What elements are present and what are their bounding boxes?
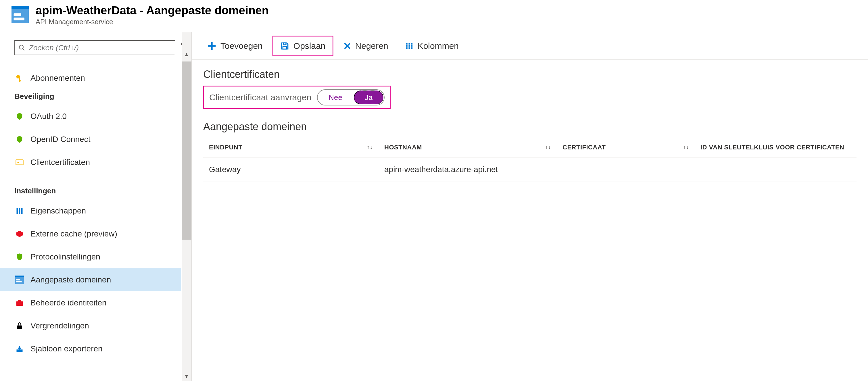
toolbar-button-label: Negeren — [355, 41, 388, 51]
column-header-eindpunt[interactable]: Eindpunt ↑↓ — [203, 138, 378, 157]
toolbar-button-label: Kolommen — [417, 41, 459, 51]
toolbar-discard-button[interactable]: Negeren — [336, 36, 395, 56]
cache-icon — [14, 229, 25, 239]
svg-rect-30 — [406, 47, 407, 49]
svg-rect-33 — [408, 47, 410, 49]
sidebar-item-label: Vergrendelingen — [30, 321, 89, 330]
sidebar-item-clientcerts[interactable]: Clientcertificaten — [0, 151, 181, 174]
shield-icon — [14, 252, 25, 262]
svg-rect-34 — [411, 43, 412, 44]
column-header-hostnaam[interactable]: Hostnaam ↑↓ — [378, 138, 557, 157]
sidebar-item-eigenschappen[interactable]: Eigenschappen — [0, 199, 181, 222]
key-icon — [14, 73, 25, 83]
sidebar-scrollbar[interactable]: ▲ ▼ — [182, 32, 191, 381]
clientcerts-label: Clientcertificaat aanvragen — [209, 93, 311, 102]
sidebar-item-label: OpenID Connect — [30, 135, 91, 144]
svg-rect-17 — [17, 281, 22, 282]
sidebar-item-beheerde[interactable]: Beheerde identiteiten — [0, 291, 181, 314]
toolbar-button-label: Opslaan — [293, 41, 326, 51]
toolbar-save-button[interactable]: Opslaan — [273, 36, 333, 56]
sidebar-item-oauth[interactable]: OAuth 2.0 — [0, 105, 181, 128]
sidebar-item-label: Externe cache (preview) — [30, 229, 117, 239]
plus-icon — [207, 41, 216, 51]
svg-rect-28 — [406, 43, 407, 44]
scroll-up-icon[interactable]: ▲ — [182, 50, 191, 59]
sort-icon[interactable]: ↑↓ — [683, 144, 689, 150]
shield-icon — [14, 134, 25, 145]
sidebar-item-externecache[interactable]: Externe cache (preview) — [0, 222, 181, 245]
scroll-down-icon[interactable]: ▼ — [182, 371, 191, 381]
sidebar-item-label: Abonnementen — [30, 73, 85, 83]
sort-icon[interactable]: ↑↓ — [545, 144, 551, 150]
svg-rect-20 — [17, 325, 22, 329]
column-label: Hostnaam — [384, 144, 422, 151]
cell-sleutelkluis — [695, 157, 857, 182]
save-icon — [280, 41, 289, 51]
svg-rect-9 — [16, 160, 23, 165]
sidebar-item-protocol[interactable]: Protocolinstellingen — [0, 245, 181, 268]
sidebar-item-label: Beheerde identiteiten — [30, 298, 106, 308]
sidebar-item-label: Aangepaste domeinen — [30, 275, 111, 284]
scroll-thumb[interactable] — [182, 62, 191, 240]
sidebar-item-aangepaste-domeinen[interactable]: Aangepaste domeinen — [0, 268, 181, 291]
page-header: apim-WeatherData - Aangepaste domeinen A… — [0, 0, 868, 32]
svg-rect-11 — [17, 208, 18, 214]
svg-rect-16 — [17, 279, 20, 280]
toggle-option-no[interactable]: Nee — [318, 91, 353, 104]
shield-icon — [14, 111, 25, 122]
toolbar-columns-button[interactable]: Kolommen — [398, 36, 466, 56]
sidebar-item-label: OAuth 2.0 — [30, 112, 67, 121]
svg-rect-24 — [283, 46, 286, 49]
domain-icon — [14, 275, 25, 285]
svg-rect-12 — [19, 208, 21, 214]
sidebar-item-label: Eigenschappen — [30, 206, 86, 216]
svg-rect-31 — [408, 43, 410, 44]
columns-icon — [405, 42, 413, 50]
domains-section-title: Aangepaste domeinen — [203, 121, 857, 133]
toolbar-button-label: Toevoegen — [220, 41, 263, 51]
sidebar-group-beveiliging: Beveiliging — [14, 90, 181, 105]
svg-rect-29 — [406, 45, 407, 46]
sidebar-item-label: Clientcertificaten — [30, 158, 90, 167]
svg-rect-35 — [411, 45, 412, 46]
sidebar-item-openid[interactable]: OpenID Connect — [0, 128, 181, 151]
lock-icon — [14, 321, 25, 331]
toggle-option-yes[interactable]: Ja — [354, 91, 383, 104]
sidebar: Abonnementen Beveiliging OAuth 2.0 OpenI… — [0, 32, 191, 381]
sidebar-search[interactable] — [14, 40, 175, 55]
properties-icon — [14, 206, 25, 216]
sidebar-item-label: Sjabloon exporteren — [30, 344, 103, 353]
svg-rect-32 — [408, 45, 410, 46]
page-subtitle: API Management-service — [36, 18, 269, 26]
search-input[interactable] — [29, 43, 171, 52]
svg-point-4 — [19, 45, 23, 49]
svg-rect-25 — [283, 43, 286, 45]
sidebar-item-abonnementen[interactable]: Abonnementen — [0, 67, 181, 90]
column-label: Id van sleutelkluis voor certificaten — [701, 144, 844, 151]
svg-rect-19 — [18, 300, 21, 301]
toolbar: Toevoegen Opslaan Negeren Kolommen — [192, 32, 868, 60]
sort-icon[interactable]: ↑↓ — [367, 144, 373, 150]
svg-line-5 — [23, 49, 25, 50]
svg-rect-8 — [19, 81, 21, 82]
cell-certificaat — [557, 157, 695, 182]
clientcerts-section-title: Clientcertificaten — [203, 68, 857, 81]
resource-icon — [11, 6, 29, 23]
svg-rect-13 — [21, 208, 23, 214]
column-header-certificaat[interactable]: Certificaat ↑↓ — [557, 138, 695, 157]
column-header-sleutelkluis[interactable]: Id van sleutelkluis voor certificaten — [695, 138, 857, 157]
svg-rect-15 — [15, 277, 24, 284]
sidebar-item-vergrendelingen[interactable]: Vergrendelingen — [0, 314, 181, 337]
toolbar-add-button[interactable]: Toevoegen — [200, 36, 270, 56]
column-label: Certificaat — [562, 144, 606, 151]
page-title: apim-WeatherData - Aangepaste domeinen — [36, 4, 269, 17]
column-label: Eindpunt — [209, 144, 242, 151]
sidebar-item-sjabloon[interactable]: Sjabloon exporteren — [0, 337, 181, 360]
certificate-icon — [14, 157, 25, 167]
svg-rect-2 — [14, 13, 21, 16]
table-row[interactable]: Gateway apim-weatherdata.azure-api.net — [203, 157, 857, 182]
svg-rect-23 — [208, 45, 216, 46]
clientcerts-toggle[interactable]: Nee Ja — [317, 89, 384, 105]
svg-rect-18 — [17, 301, 23, 306]
svg-rect-21 — [17, 349, 23, 352]
